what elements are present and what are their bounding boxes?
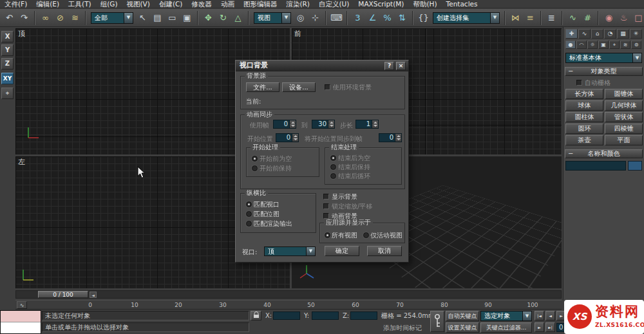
file-button[interactable]: 文件... xyxy=(246,82,279,92)
named-selection-sets-value[interactable]: 创建选择集 xyxy=(433,12,491,24)
viewport-dropdown-value[interactable]: 顶 xyxy=(264,246,307,256)
tab-motion[interactable]: ◔ xyxy=(604,29,616,39)
spinner-arrows[interactable] xyxy=(292,133,299,142)
named-selection-sets-dropdown[interactable]: 创建选择集 ▼ xyxy=(433,12,500,24)
open-mini-curve-editor-icon[interactable]: ∿ xyxy=(17,301,27,309)
snaps-toggle-3d-icon[interactable]: 3 xyxy=(351,11,365,24)
tube-button[interactable]: 管状体 xyxy=(605,112,643,122)
chevron-down-icon[interactable]: ▼ xyxy=(491,12,500,24)
chevron-down-icon[interactable]: ▼ xyxy=(124,12,133,24)
reference-coordinate-dropdown[interactable]: 视图 ▼ xyxy=(254,12,291,24)
animate-background-checkbox[interactable] xyxy=(323,213,329,219)
end-loop-radio[interactable] xyxy=(330,173,336,179)
mirror-icon[interactable]: ⋈ xyxy=(509,11,522,24)
tab-utilities[interactable]: ✳ xyxy=(630,29,642,39)
start-empty-radio[interactable] xyxy=(252,156,258,162)
display-background-checkbox[interactable] xyxy=(323,194,329,199)
sync-frame-spinner[interactable]: 0 xyxy=(379,133,402,142)
selection-lock-icon[interactable] xyxy=(251,311,261,320)
chevron-down-icon[interactable]: ▼ xyxy=(523,311,532,321)
menu-graph-editors[interactable]: 图形编辑器 xyxy=(239,0,282,8)
keyboard-shortcut-override-icon[interactable]: ⌨ xyxy=(330,11,343,24)
selected-objects-dropdown[interactable]: 选定对象 ▼ xyxy=(480,311,532,321)
dialog-title-bar[interactable]: 视口背景 xyxy=(236,60,408,71)
ok-button[interactable]: 确定 xyxy=(325,246,359,256)
rollout-name-color[interactable]: − 名称和颜色 xyxy=(565,149,643,158)
selection-region-icon[interactable]: ▭ xyxy=(166,11,179,24)
x-coordinate-field[interactable] xyxy=(273,311,300,320)
pyramid-button[interactable]: 四棱锥 xyxy=(605,124,643,134)
chevron-down-icon[interactable]: ▼ xyxy=(633,53,642,63)
plane-button[interactable]: 平面 xyxy=(605,135,643,145)
tab-create[interactable]: ✚ xyxy=(565,29,578,39)
snap-use-axis-constraints-icon[interactable]: ⌖ xyxy=(1,88,14,99)
unlink-selection-icon[interactable]: ⊘ xyxy=(53,11,67,24)
menu-file[interactable]: 文件(F) xyxy=(0,0,32,8)
menu-edit[interactable]: 编辑(E) xyxy=(32,0,64,8)
axis-constraint-x-button[interactable]: X xyxy=(1,31,14,42)
select-by-name-icon[interactable]: ▤ xyxy=(151,11,164,24)
key-filters-button[interactable]: 关键点过滤器... xyxy=(480,322,532,333)
category-shapes-icon[interactable]: ◠ xyxy=(576,41,587,49)
to-frame-spinner[interactable]: 30 xyxy=(312,120,335,129)
step-spinner[interactable]: 1 xyxy=(355,120,379,129)
viewport-top-label[interactable]: 顶 xyxy=(18,29,25,39)
category-cameras-icon[interactable]: ▣ xyxy=(598,41,609,49)
material-editor-icon[interactable]: ◉ xyxy=(602,11,616,24)
match-viewport-radio[interactable] xyxy=(246,201,252,207)
select-and-link-icon[interactable]: ∞ xyxy=(39,11,52,24)
use-environment-background-checkbox[interactable] xyxy=(325,84,330,90)
schematic-view-icon[interactable]: # xyxy=(581,11,594,24)
time-slider-handle[interactable]: 0 / 100 xyxy=(38,291,88,298)
time-slider-track[interactable]: 0 / 100 ◄ xyxy=(15,290,562,299)
use-pivot-center-icon[interactable]: ◎ xyxy=(294,11,307,24)
z-coordinate-field[interactable] xyxy=(350,311,377,320)
start-at-value[interactable]: 0 xyxy=(276,133,292,142)
window-crossing-icon[interactable]: ▣ xyxy=(180,11,194,24)
category-helpers-icon[interactable]: ⌖ xyxy=(609,41,620,49)
menu-views[interactable]: 视图(V) xyxy=(122,0,155,8)
previous-frame-nub-icon[interactable]: ◄ xyxy=(90,292,97,298)
menu-help[interactable]: 帮助(H) xyxy=(408,0,441,8)
spinner-arrows[interactable] xyxy=(328,120,335,129)
go-to-start-icon[interactable]: |◄ xyxy=(535,311,544,320)
y-coordinate-field[interactable] xyxy=(312,311,339,320)
close-icon[interactable]: × xyxy=(396,62,406,70)
render-setup-icon[interactable]: ♨ xyxy=(617,11,630,24)
time-tag-button[interactable]: 添加时间标记 xyxy=(383,324,422,333)
menu-animation[interactable]: 动画 xyxy=(216,0,239,8)
start-hold-radio[interactable] xyxy=(252,165,258,171)
category-spacewarps-icon[interactable]: ≋ xyxy=(620,41,630,49)
help-button[interactable]: ? xyxy=(384,62,394,70)
cylinder-button[interactable]: 圆柱体 xyxy=(565,112,603,122)
chevron-down-icon[interactable]: ▼ xyxy=(307,246,316,256)
angle-snap-icon[interactable]: ∠ xyxy=(366,11,379,24)
undo-icon[interactable]: ↶ xyxy=(3,11,16,24)
reference-coordinate-value[interactable]: 视图 xyxy=(254,12,282,24)
select-and-scale-icon[interactable]: △ xyxy=(231,11,245,24)
menu-modifiers[interactable]: 修改器 xyxy=(187,0,216,8)
menu-tools[interactable]: 工具(T) xyxy=(64,0,96,8)
sync-frame-value[interactable]: 0 xyxy=(379,133,395,142)
select-and-move-icon[interactable]: ✥ xyxy=(202,11,215,24)
mini-listener-script-pane[interactable] xyxy=(1,322,41,333)
use-frame-value[interactable]: 0 xyxy=(273,120,290,129)
chevron-down-icon[interactable]: ▼ xyxy=(282,12,291,24)
mini-listener-macro-pane[interactable] xyxy=(1,311,41,322)
axis-constraint-xy-button[interactable]: XY xyxy=(1,73,14,84)
spinner-arrows[interactable] xyxy=(395,133,402,142)
menu-customize[interactable]: 自定义(U) xyxy=(314,0,354,8)
tab-modify[interactable]: ∿ xyxy=(578,29,591,39)
box-button[interactable]: 长方体 xyxy=(565,89,603,99)
sphere-button[interactable]: 球体 xyxy=(565,100,603,111)
device-button[interactable]: 设备... xyxy=(282,82,316,92)
next-frame-icon[interactable]: ► xyxy=(535,322,544,332)
curve-editor-icon[interactable]: ∿ xyxy=(566,11,580,24)
spinner-arrows[interactable] xyxy=(290,120,296,129)
viewport-dropdown[interactable]: 顶 ▼ xyxy=(264,246,316,256)
viewport-front-label[interactable]: 前 xyxy=(294,29,301,39)
category-geometry-icon[interactable]: ● xyxy=(565,41,576,49)
set-key-mode-button[interactable] xyxy=(430,311,444,332)
auto-key-button[interactable]: 自动关键点 xyxy=(446,311,479,321)
category-systems-icon[interactable]: ⊚ xyxy=(631,41,641,49)
